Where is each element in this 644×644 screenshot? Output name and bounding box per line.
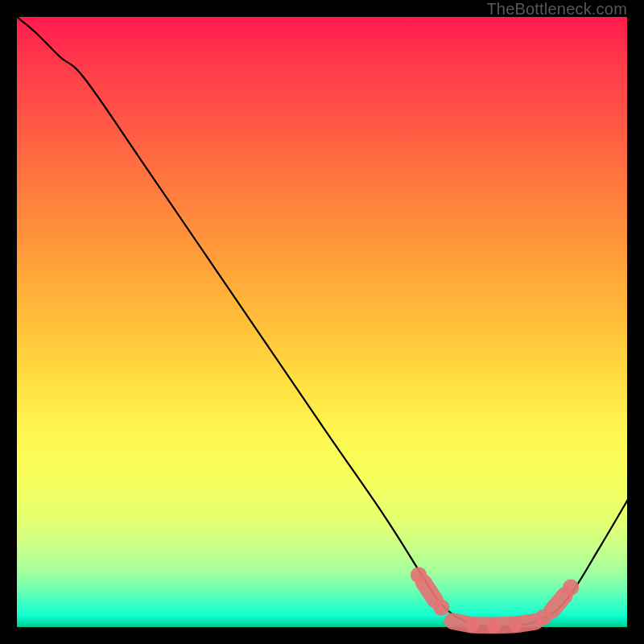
bottleneck-curve-svg xyxy=(17,17,630,630)
chart-container: TheBottleneck.com xyxy=(0,0,644,644)
plot-area xyxy=(15,15,629,629)
curve-markers xyxy=(411,567,579,625)
marker-dot xyxy=(433,600,449,616)
marker-dot xyxy=(563,579,579,595)
marker-pill xyxy=(423,583,435,601)
marker-pill xyxy=(551,596,564,611)
marker-pill xyxy=(517,621,535,624)
bottleneck-curve xyxy=(17,17,630,627)
